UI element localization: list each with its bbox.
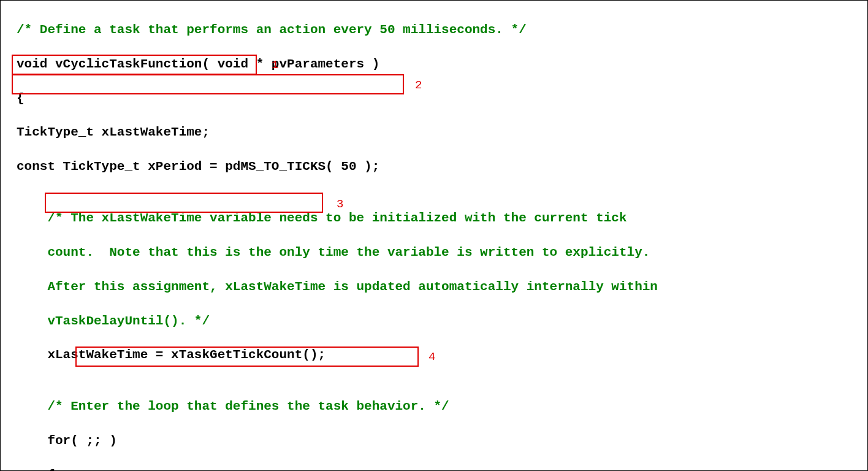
annotation-4: 4 [428,350,435,365]
annotation-2: 2 [415,78,422,93]
code-line: xLastWakeTime = xTaskGetTickCount(); [17,347,867,364]
code-line: { [17,90,867,107]
code-line: count. Note that this is the only time t… [17,244,867,261]
code-line: /* Define a task that performs an action… [17,21,867,39]
annotation-1: 1 [272,58,278,73]
code-line: vTaskDelayUntil(). */ [17,313,867,330]
code-line: for( ;; ) [17,432,867,450]
code-line: void vCyclicTaskFunction( void * pvParam… [17,56,867,73]
code-line: { [17,467,867,471]
code-line: const TickType_t xPeriod = pdMS_TO_TICKS… [17,158,867,175]
annotation-3: 3 [337,197,343,212]
code-line: TickType_t xLastWakeTime; [17,124,867,141]
code-line: /* The xLastWakeTime variable needs to b… [17,210,867,227]
code-line: After this assignment, xLastWakeTime is … [17,278,867,296]
code-listing: /* Define a task that performs an action… [0,0,868,471]
code-line: /* Enter the loop that defines the task … [17,398,867,415]
